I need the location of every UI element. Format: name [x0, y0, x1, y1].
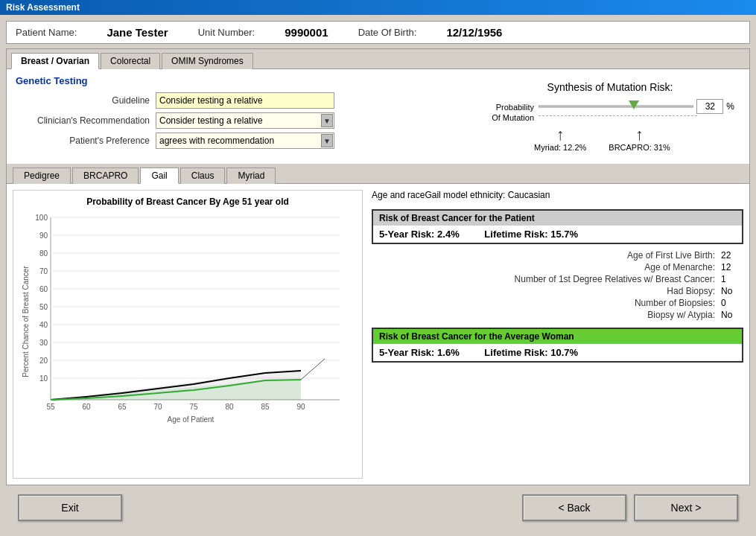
stat-label-2: Number of 1st Degree Relatives w/ Breast… [515, 274, 715, 284]
patient-risk-header: Risk of Breast Cancer for the Patient [373, 211, 742, 226]
tab-omim[interactable]: OMIM Syndromes [162, 53, 253, 69]
brcapro-arrow-item: ↑ BRCAPRO: 31% [609, 127, 670, 152]
average-area [51, 380, 301, 400]
svg-text:70: 70 [153, 403, 162, 411]
patient-five-year-label: 5-Year Risk: [379, 229, 434, 240]
svg-line-32 [301, 359, 325, 380]
guideline-input[interactable] [156, 92, 334, 109]
clinician-row: Clinician's Recommendation Consider test… [16, 112, 465, 129]
title-bar-label: Risk Assessment [6, 2, 80, 13]
patient-name-label: Patient Name: [16, 27, 77, 38]
stat-value-4: 0 [721, 298, 743, 308]
guideline-row: Guideline [16, 92, 465, 109]
patient-risk-body: 5-Year Risk: 2.4% Lifetime Risk: 15.7% [373, 226, 742, 243]
sub-tabs: Pedigree BRCAPRO Gail Claus Myriad [7, 164, 749, 184]
synthesis-section: Synthesis of Mutation Risk: ProbabilityO… [480, 75, 740, 158]
svg-text:55: 55 [46, 403, 55, 411]
clinician-select-wrapper: Consider testing a relative ▼ [156, 112, 334, 129]
dashed-line [539, 115, 697, 116]
stat-row-1: Age of Menarche: 12 [372, 262, 743, 272]
svg-text:90: 90 [296, 403, 305, 411]
mutation-arrows: ↑ Myriad: 12.2% ↑ BRCAPRO: 31% [486, 127, 734, 152]
svg-text:70: 70 [39, 267, 48, 275]
clinician-select[interactable]: Consider testing a relative [156, 112, 334, 129]
average-lifetime-label: Lifetime Risk: [484, 347, 547, 358]
genetic-testing-section: Genetic Testing Guideline Clinician's Re… [7, 69, 749, 164]
right-panel: Age and raceGail model ethnicity: Caucas… [372, 190, 743, 479]
genetic-testing-left: Genetic Testing Guideline Clinician's Re… [16, 75, 465, 158]
title-bar: Risk Assessment [0, 0, 756, 15]
unit-number-value: 9990001 [285, 26, 328, 39]
chart-area: Probability of Breast Cancer By Age 51 y… [7, 184, 749, 485]
brcapro-arrow-label: BRCAPRO: 31% [609, 143, 670, 152]
svg-text:80: 80 [39, 249, 48, 258]
next-button[interactable]: Next > [634, 494, 738, 521]
stat-row-0: Age of First Live Birth: 22 [372, 250, 743, 261]
slider-thumb [629, 100, 639, 109]
stat-value-0: 22 [721, 250, 743, 261]
patient-header: Patient Name: Jane Tester Unit Number: 9… [6, 21, 750, 44]
tab-brcapro[interactable]: BRCAPRO [72, 168, 139, 184]
tab-myriad[interactable]: Myriad [226, 168, 276, 184]
svg-text:Percent Chance of Breast Cance: Percent Chance of Breast Cancer [22, 265, 30, 377]
svg-text:90: 90 [39, 232, 48, 240]
tab-pedigree[interactable]: Pedigree [13, 168, 71, 184]
tab-claus[interactable]: Claus [180, 168, 226, 184]
stats-table: Age of First Live Birth: 22 Age of Menar… [372, 250, 743, 322]
ethnicity-label: Age and raceGail model ethnicity: Caucas… [372, 190, 743, 200]
chart-container: Probability of Breast Cancer By Age 51 y… [13, 190, 363, 479]
patient-pref-row: Patient's Preference agrees with recomme… [16, 133, 465, 149]
svg-text:65: 65 [118, 403, 127, 411]
svg-text:60: 60 [39, 285, 48, 293]
patient-lifetime-value: 15.7% [550, 229, 578, 240]
patient-pref-select-wrapper: agrees with recommendation ▼ [156, 133, 334, 149]
stat-label-1: Age of Menarche: [644, 262, 715, 272]
percent-sign: % [726, 101, 734, 112]
patient-risk-box: Risk of Breast Cancer for the Patient 5-… [372, 209, 743, 244]
average-risk-body: 5-Year Risk: 1.6% Lifetime Risk: 10.7% [373, 344, 742, 361]
bottom-bar: Exit < Back Next > [6, 485, 750, 530]
myriad-up-arrow: ↑ [556, 127, 565, 143]
main-window: Patient Name: Jane Tester Unit Number: 9… [0, 15, 756, 536]
nav-buttons: < Back Next > [522, 494, 738, 521]
svg-text:75: 75 [189, 403, 198, 411]
patient-pref-select[interactable]: agrees with recommendation [156, 133, 334, 149]
average-lifetime-value: 10.7% [550, 347, 578, 358]
back-button[interactable]: < Back [522, 494, 626, 521]
svg-text:85: 85 [261, 403, 270, 411]
tab-breast-ovarian[interactable]: Breast / Ovarian [11, 53, 99, 69]
svg-text:50: 50 [39, 303, 48, 311]
stat-row-4: Number of Biopsies: 0 [372, 298, 743, 308]
average-five-year-value: 1.6% [437, 347, 460, 358]
unit-number-label: Unit Number: [198, 27, 255, 38]
mutation-value-input[interactable] [696, 99, 723, 114]
dob-value: 12/12/1956 [446, 26, 502, 39]
guideline-label: Guideline [16, 95, 150, 106]
chart-title: Probability of Breast Cancer By Age 51 y… [19, 197, 356, 207]
exit-button[interactable]: Exit [18, 494, 122, 521]
stat-label-3: Had Biopsy: [667, 286, 715, 296]
stat-label-5: Biopsy w/ Atypia: [647, 310, 715, 320]
top-tabs: Breast / Ovarian Colorectal OMIM Syndrom… [7, 49, 749, 69]
stat-row-2: Number of 1st Degree Relatives w/ Breast… [372, 274, 743, 284]
stat-label-0: Age of First Live Birth: [627, 250, 715, 261]
dob-label: Date Of Birth: [358, 27, 417, 38]
svg-text:10: 10 [39, 374, 48, 383]
myriad-arrow-label: Myriad: 12.2% [534, 143, 586, 152]
svg-text:60: 60 [82, 403, 91, 411]
patient-five-year-value: 2.4% [437, 229, 460, 240]
genetic-testing-title: Genetic Testing [16, 75, 465, 86]
breast-cancer-chart: Percent Chance of Breast Cancer 100 90 8… [19, 210, 347, 426]
myriad-arrow-item: ↑ Myriad: 12.2% [534, 127, 586, 152]
tab-gail[interactable]: Gail [140, 168, 178, 184]
slider-container: % [539, 99, 734, 116]
stat-value-3: No [721, 286, 743, 296]
average-five-year-label: 5-Year Risk: [379, 347, 434, 358]
patient-pref-label: Patient's Preference [16, 135, 150, 146]
patient-name-value: Jane Tester [107, 26, 168, 39]
clinician-label: Clinician's Recommendation [16, 115, 150, 126]
svg-text:20: 20 [39, 357, 48, 365]
tab-colorectal[interactable]: Colorectal [101, 53, 160, 69]
stat-value-2: 1 [721, 274, 743, 284]
brcapro-up-arrow: ↑ [635, 127, 644, 143]
